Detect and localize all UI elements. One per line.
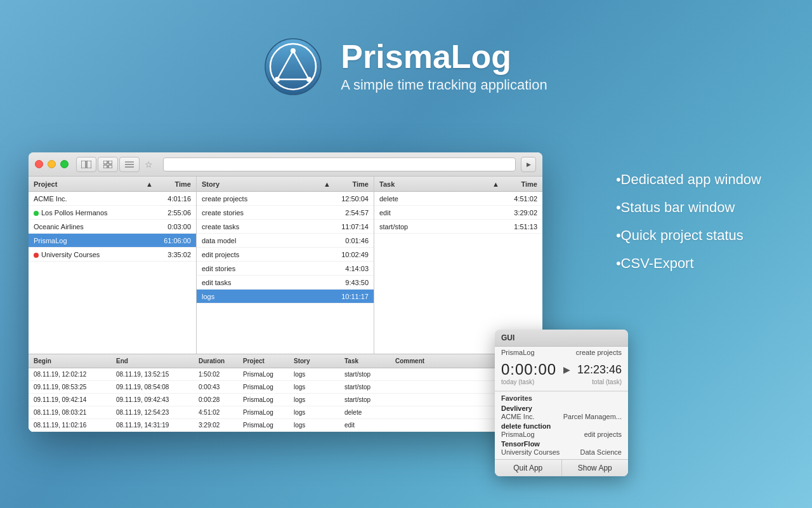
show-app-button[interactable]: Show App [562,460,629,476]
close-button[interactable] [35,160,43,168]
log-header-duration: Duration [199,358,243,364]
app-title-block: PrismaLog A simple time tracking applica… [341,40,547,93]
story-row-4[interactable]: edit projects 10:02:49 [197,248,374,262]
log-story-4: logs [294,422,344,429]
task-col-name: Task [379,180,492,188]
log-row-0[interactable]: 08.11.19, 12:02:12 08.11.19, 13:52:15 1:… [29,368,542,381]
app-header: PrismaLog A simple time tracking applica… [0,0,812,95]
log-row-1[interactable]: 09.11.19, 08:53:25 09.11.19, 08:54:08 0:… [29,381,542,394]
story-name-5: edit stories [202,265,331,272]
story-pane-header: Story ▲ Time [197,177,374,192]
svg-point-3 [291,48,296,53]
story-row-3[interactable]: data model 0:01:46 [197,234,374,248]
story-time-7: 10:11:17 [331,293,369,300]
minimize-button[interactable] [48,160,56,168]
features-list: •Dedicated app window •Status bar window… [616,171,761,283]
log-table-header: Begin End Duration Project Story Task Co… [29,354,542,368]
task-row-0[interactable]: delete 4:51:02 [374,192,542,206]
story-name-0: create projects [202,195,331,203]
task-row-2[interactable]: start/stop 1:51:13 [374,220,542,234]
log-begin-3: 08.11.19, 08:03:21 [34,409,116,416]
log-proj-2: PrismaLog [243,396,294,403]
story-row-1[interactable]: create stories 2:54:57 [197,206,374,220]
log-dur-4: 3:29:02 [199,422,243,429]
story-time-2: 11:07:14 [331,223,369,231]
story-time-3: 0:01:46 [331,237,369,244]
log-proj-4: PrismaLog [243,422,294,429]
story-row-6[interactable]: edit tasks 9:43:50 [197,276,374,290]
project-row-acme[interactable]: ACME Inc. 4:01:16 [29,192,196,206]
task-row-1[interactable]: edit 3:29:02 [374,206,542,220]
project-row-lospollos[interactable]: Los Pollos Hermanos 2:55:06 [29,206,196,220]
log-proj-1: PrismaLog [243,384,294,391]
toolbar-icons [76,157,140,172]
story-time-5: 4:14:03 [331,265,369,272]
story-row-2[interactable]: create tasks 11:07:14 [197,220,374,234]
project-row-prismalog[interactable]: PrismaLog 61:06:00 [29,234,196,248]
dot-icon [34,211,39,216]
log-dur-2: 0:00:28 [199,396,243,403]
story-time-6: 9:43:50 [331,279,369,286]
favorite-icon[interactable]: ☆ [145,159,153,170]
search-input[interactable] [163,157,516,171]
log-begin-1: 09.11.19, 08:53:25 [34,384,116,391]
task-name-0: delete [379,195,499,203]
quit-app-button[interactable]: Quit App [495,460,562,476]
task-name-1: edit [379,209,499,217]
project-pane-header: Project ▲ Time [29,177,196,192]
project-row-university[interactable]: University Courses 3:35:02 [29,248,196,262]
project-time-university: 3:35:02 [153,251,191,258]
log-header-task: Task [344,358,395,364]
main-window: ☆ ▶ Project ▲ Time ACME Inc. 4:01:16 L [29,152,542,432]
svg-point-0 [265,39,321,95]
app-logo [265,38,322,95]
maximize-button[interactable] [60,160,69,168]
log-task-1: start/stop [344,384,395,391]
svg-rect-9 [108,161,112,164]
traffic-lights [35,160,69,168]
task-pane-header: Task ▲ Time [374,177,542,192]
log-row-4[interactable]: 08.11.19, 11:02:16 08.11.19, 14:31:19 3:… [29,419,542,432]
play-button[interactable]: ▶ [521,157,536,172]
project-col-name: Project [34,180,146,188]
story-row-5[interactable]: edit stories 4:14:03 [197,262,374,276]
project-time-oceanic: 0:03:00 [153,223,191,231]
story-row-7[interactable]: logs 10:11:17 [197,290,374,304]
task-pane: Task ▲ Time delete 4:51:02 edit 3:29:02 … [374,177,542,354]
view-split-icon[interactable] [76,157,96,172]
status-popup: GUI PrismaLog create projects 0:00:00 ▶ … [495,330,628,476]
story-time-0: 12:50:04 [331,195,369,203]
story-name-4: edit projects [202,251,331,258]
popup-fav-3-client: University Courses [501,448,560,456]
log-task-4: edit [344,422,395,429]
task-time-0: 4:51:02 [499,195,537,203]
project-name-prismalog: PrismaLog [34,237,153,244]
story-row-0[interactable]: create projects 12:50:04 [197,192,374,206]
popup-fav-2-row[interactable]: PrismaLog edit projects [495,430,628,439]
dot-icon-red [34,253,39,258]
log-story-0: logs [294,371,344,378]
svg-point-5 [275,77,280,82]
log-task-2: start/stop [344,396,395,403]
story-name-3: data model [202,237,331,244]
project-row-oceanic[interactable]: Oceanic Airlines 0:03:00 [29,220,196,234]
task-col-time: Time [499,180,537,188]
popup-timer-labels: today (task) total (task) [501,378,622,385]
task-time-2: 1:51:13 [499,223,537,231]
view-grid-icon[interactable] [98,157,118,172]
log-story-2: logs [294,396,344,403]
popup-fav-2-story: edit projects [584,431,622,438]
log-dur-3: 4:51:02 [199,409,243,416]
log-row-3[interactable]: 08.11.19, 08:03:21 08.11.19, 12:54:23 4:… [29,406,542,419]
log-row-2[interactable]: 09.11.19, 09:42:14 09.11.19, 09:42:43 0:… [29,394,542,406]
log-header-begin: Begin [34,358,116,364]
popup-fav-3-row[interactable]: University Courses Data Science [495,448,628,457]
popup-label-today: today (task) [501,378,534,385]
view-list-icon[interactable] [119,157,140,172]
popup-play-btn[interactable]: ▶ [563,364,570,375]
window-content: Project ▲ Time ACME Inc. 4:01:16 Los Pol… [29,177,542,354]
svg-point-4 [306,77,311,82]
popup-fav-1-row[interactable]: ACME Inc. Parcel Managem... [495,412,628,421]
popup-fav-1-client: ACME Inc. [501,413,535,420]
project-time-lospollos: 2:55:06 [153,209,191,217]
